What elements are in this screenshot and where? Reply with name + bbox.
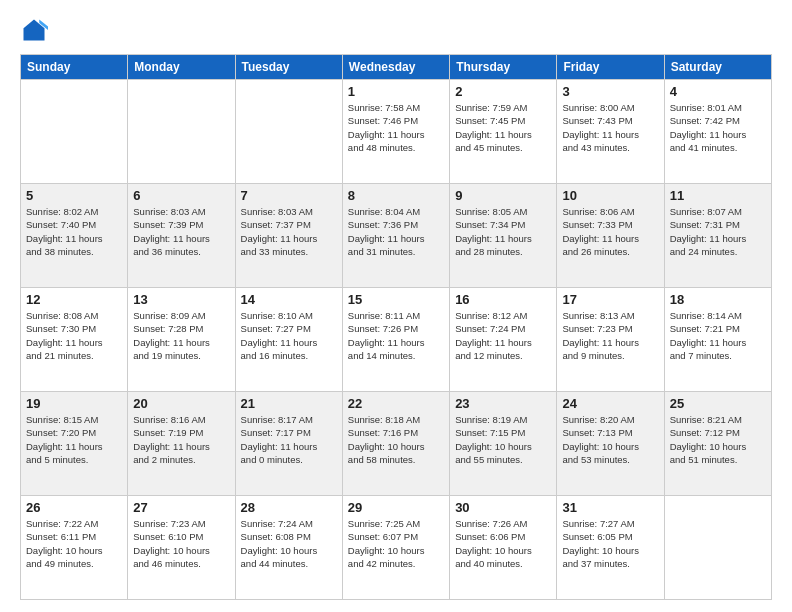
day-number: 11 bbox=[670, 188, 766, 203]
day-number: 25 bbox=[670, 396, 766, 411]
calendar-cell: 2Sunrise: 7:59 AM Sunset: 7:45 PM Daylig… bbox=[450, 80, 557, 184]
calendar-cell: 25Sunrise: 8:21 AM Sunset: 7:12 PM Dayli… bbox=[664, 392, 771, 496]
day-number: 26 bbox=[26, 500, 122, 515]
day-number: 8 bbox=[348, 188, 444, 203]
day-info: Sunrise: 8:04 AM Sunset: 7:36 PM Dayligh… bbox=[348, 205, 444, 258]
day-info: Sunrise: 8:16 AM Sunset: 7:19 PM Dayligh… bbox=[133, 413, 229, 466]
day-info: Sunrise: 8:06 AM Sunset: 7:33 PM Dayligh… bbox=[562, 205, 658, 258]
calendar-week-row: 12Sunrise: 8:08 AM Sunset: 7:30 PM Dayli… bbox=[21, 288, 772, 392]
calendar-cell: 9Sunrise: 8:05 AM Sunset: 7:34 PM Daylig… bbox=[450, 184, 557, 288]
day-number: 9 bbox=[455, 188, 551, 203]
calendar-cell: 29Sunrise: 7:25 AM Sunset: 6:07 PM Dayli… bbox=[342, 496, 449, 600]
day-number: 4 bbox=[670, 84, 766, 99]
day-info: Sunrise: 8:17 AM Sunset: 7:17 PM Dayligh… bbox=[241, 413, 337, 466]
weekday-header-wednesday: Wednesday bbox=[342, 55, 449, 80]
day-info: Sunrise: 8:00 AM Sunset: 7:43 PM Dayligh… bbox=[562, 101, 658, 154]
calendar-cell: 4Sunrise: 8:01 AM Sunset: 7:42 PM Daylig… bbox=[664, 80, 771, 184]
calendar-week-row: 26Sunrise: 7:22 AM Sunset: 6:11 PM Dayli… bbox=[21, 496, 772, 600]
day-number: 23 bbox=[455, 396, 551, 411]
calendar-cell: 26Sunrise: 7:22 AM Sunset: 6:11 PM Dayli… bbox=[21, 496, 128, 600]
day-info: Sunrise: 7:59 AM Sunset: 7:45 PM Dayligh… bbox=[455, 101, 551, 154]
day-info: Sunrise: 8:08 AM Sunset: 7:30 PM Dayligh… bbox=[26, 309, 122, 362]
day-number: 18 bbox=[670, 292, 766, 307]
day-number: 20 bbox=[133, 396, 229, 411]
calendar-cell: 5Sunrise: 8:02 AM Sunset: 7:40 PM Daylig… bbox=[21, 184, 128, 288]
calendar-cell: 14Sunrise: 8:10 AM Sunset: 7:27 PM Dayli… bbox=[235, 288, 342, 392]
calendar-cell bbox=[21, 80, 128, 184]
day-info: Sunrise: 8:02 AM Sunset: 7:40 PM Dayligh… bbox=[26, 205, 122, 258]
calendar-cell: 17Sunrise: 8:13 AM Sunset: 7:23 PM Dayli… bbox=[557, 288, 664, 392]
day-number: 17 bbox=[562, 292, 658, 307]
day-number: 7 bbox=[241, 188, 337, 203]
calendar-cell bbox=[128, 80, 235, 184]
calendar-cell: 13Sunrise: 8:09 AM Sunset: 7:28 PM Dayli… bbox=[128, 288, 235, 392]
day-number: 30 bbox=[455, 500, 551, 515]
weekday-header-monday: Monday bbox=[128, 55, 235, 80]
day-number: 12 bbox=[26, 292, 122, 307]
day-info: Sunrise: 8:21 AM Sunset: 7:12 PM Dayligh… bbox=[670, 413, 766, 466]
calendar-cell: 22Sunrise: 8:18 AM Sunset: 7:16 PM Dayli… bbox=[342, 392, 449, 496]
calendar-cell: 21Sunrise: 8:17 AM Sunset: 7:17 PM Dayli… bbox=[235, 392, 342, 496]
day-number: 28 bbox=[241, 500, 337, 515]
calendar-cell: 23Sunrise: 8:19 AM Sunset: 7:15 PM Dayli… bbox=[450, 392, 557, 496]
day-number: 3 bbox=[562, 84, 658, 99]
day-info: Sunrise: 8:03 AM Sunset: 7:39 PM Dayligh… bbox=[133, 205, 229, 258]
day-number: 24 bbox=[562, 396, 658, 411]
day-info: Sunrise: 8:09 AM Sunset: 7:28 PM Dayligh… bbox=[133, 309, 229, 362]
day-number: 29 bbox=[348, 500, 444, 515]
calendar-week-row: 5Sunrise: 8:02 AM Sunset: 7:40 PM Daylig… bbox=[21, 184, 772, 288]
logo-icon bbox=[20, 16, 48, 44]
day-info: Sunrise: 8:01 AM Sunset: 7:42 PM Dayligh… bbox=[670, 101, 766, 154]
day-number: 22 bbox=[348, 396, 444, 411]
weekday-header-thursday: Thursday bbox=[450, 55, 557, 80]
calendar-cell: 31Sunrise: 7:27 AM Sunset: 6:05 PM Dayli… bbox=[557, 496, 664, 600]
day-info: Sunrise: 7:24 AM Sunset: 6:08 PM Dayligh… bbox=[241, 517, 337, 570]
calendar-cell bbox=[235, 80, 342, 184]
page: SundayMondayTuesdayWednesdayThursdayFrid… bbox=[0, 0, 792, 612]
calendar-cell: 7Sunrise: 8:03 AM Sunset: 7:37 PM Daylig… bbox=[235, 184, 342, 288]
day-number: 19 bbox=[26, 396, 122, 411]
day-info: Sunrise: 8:15 AM Sunset: 7:20 PM Dayligh… bbox=[26, 413, 122, 466]
calendar-cell: 20Sunrise: 8:16 AM Sunset: 7:19 PM Dayli… bbox=[128, 392, 235, 496]
day-info: Sunrise: 8:18 AM Sunset: 7:16 PM Dayligh… bbox=[348, 413, 444, 466]
weekday-header-friday: Friday bbox=[557, 55, 664, 80]
weekday-header-row: SundayMondayTuesdayWednesdayThursdayFrid… bbox=[21, 55, 772, 80]
day-number: 6 bbox=[133, 188, 229, 203]
day-info: Sunrise: 8:03 AM Sunset: 7:37 PM Dayligh… bbox=[241, 205, 337, 258]
day-number: 27 bbox=[133, 500, 229, 515]
calendar-cell: 10Sunrise: 8:06 AM Sunset: 7:33 PM Dayli… bbox=[557, 184, 664, 288]
day-info: Sunrise: 7:27 AM Sunset: 6:05 PM Dayligh… bbox=[562, 517, 658, 570]
calendar-cell: 1Sunrise: 7:58 AM Sunset: 7:46 PM Daylig… bbox=[342, 80, 449, 184]
day-number: 10 bbox=[562, 188, 658, 203]
calendar-cell bbox=[664, 496, 771, 600]
calendar-cell: 28Sunrise: 7:24 AM Sunset: 6:08 PM Dayli… bbox=[235, 496, 342, 600]
calendar-table: SundayMondayTuesdayWednesdayThursdayFrid… bbox=[20, 54, 772, 600]
calendar-week-row: 1Sunrise: 7:58 AM Sunset: 7:46 PM Daylig… bbox=[21, 80, 772, 184]
calendar-cell: 27Sunrise: 7:23 AM Sunset: 6:10 PM Dayli… bbox=[128, 496, 235, 600]
day-info: Sunrise: 8:10 AM Sunset: 7:27 PM Dayligh… bbox=[241, 309, 337, 362]
weekday-header-sunday: Sunday bbox=[21, 55, 128, 80]
day-number: 16 bbox=[455, 292, 551, 307]
calendar-cell: 3Sunrise: 8:00 AM Sunset: 7:43 PM Daylig… bbox=[557, 80, 664, 184]
day-number: 14 bbox=[241, 292, 337, 307]
day-info: Sunrise: 7:22 AM Sunset: 6:11 PM Dayligh… bbox=[26, 517, 122, 570]
calendar-cell: 19Sunrise: 8:15 AM Sunset: 7:20 PM Dayli… bbox=[21, 392, 128, 496]
day-info: Sunrise: 7:25 AM Sunset: 6:07 PM Dayligh… bbox=[348, 517, 444, 570]
day-info: Sunrise: 7:58 AM Sunset: 7:46 PM Dayligh… bbox=[348, 101, 444, 154]
day-number: 13 bbox=[133, 292, 229, 307]
day-info: Sunrise: 8:05 AM Sunset: 7:34 PM Dayligh… bbox=[455, 205, 551, 258]
day-info: Sunrise: 8:19 AM Sunset: 7:15 PM Dayligh… bbox=[455, 413, 551, 466]
day-number: 21 bbox=[241, 396, 337, 411]
day-info: Sunrise: 8:13 AM Sunset: 7:23 PM Dayligh… bbox=[562, 309, 658, 362]
calendar-week-row: 19Sunrise: 8:15 AM Sunset: 7:20 PM Dayli… bbox=[21, 392, 772, 496]
calendar-cell: 24Sunrise: 8:20 AM Sunset: 7:13 PM Dayli… bbox=[557, 392, 664, 496]
day-number: 2 bbox=[455, 84, 551, 99]
day-info: Sunrise: 8:14 AM Sunset: 7:21 PM Dayligh… bbox=[670, 309, 766, 362]
calendar-cell: 16Sunrise: 8:12 AM Sunset: 7:24 PM Dayli… bbox=[450, 288, 557, 392]
day-info: Sunrise: 8:07 AM Sunset: 7:31 PM Dayligh… bbox=[670, 205, 766, 258]
day-number: 5 bbox=[26, 188, 122, 203]
calendar-cell: 11Sunrise: 8:07 AM Sunset: 7:31 PM Dayli… bbox=[664, 184, 771, 288]
day-number: 15 bbox=[348, 292, 444, 307]
day-number: 1 bbox=[348, 84, 444, 99]
day-info: Sunrise: 8:20 AM Sunset: 7:13 PM Dayligh… bbox=[562, 413, 658, 466]
